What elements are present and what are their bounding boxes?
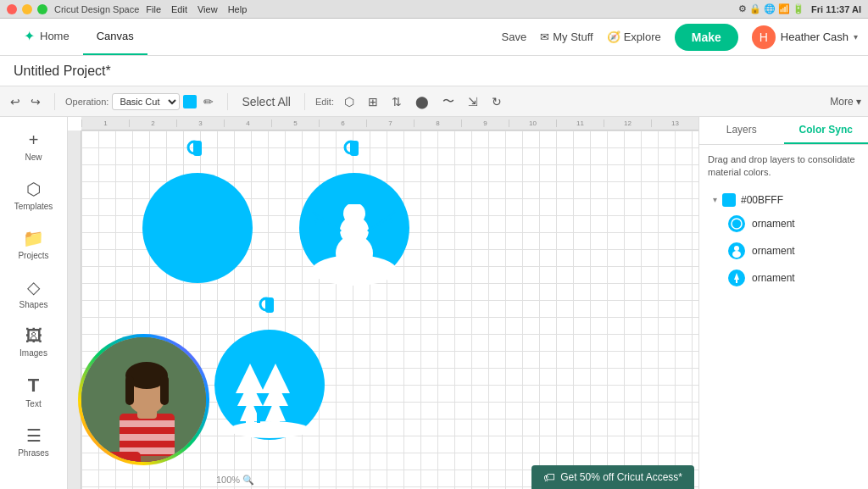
svg-rect-33 <box>120 420 175 427</box>
svg-rect-39 <box>125 375 134 405</box>
layer-item-2[interactable]: ornament <box>708 237 860 264</box>
images-icon: 🖼 <box>25 326 42 346</box>
operation-label: Operation: <box>65 97 108 107</box>
tab-color-sync[interactable]: Color Sync <box>784 117 869 144</box>
color-header[interactable]: ▾ #00BFFF <box>708 190 860 210</box>
color-picker[interactable] <box>183 95 197 108</box>
phrases-icon: ☰ <box>26 425 42 446</box>
operation-group: Operation: Basic Cut ✏ <box>65 93 217 110</box>
tab-canvas[interactable]: Canvas <box>83 19 147 55</box>
ruler-mark: 12 <box>604 119 651 127</box>
promo-bar[interactable]: 🏷 Get 50% off Cricut Access* <box>531 465 694 489</box>
ruler-mark: 11 <box>556 119 604 127</box>
flip-button[interactable]: ⇅ <box>388 93 405 110</box>
ruler-mark: 4 <box>224 119 271 127</box>
warp-button[interactable]: 〜 <box>439 92 458 111</box>
tab-home[interactable]: ✦ Home <box>10 19 83 55</box>
ruler-mark: 9 <box>461 119 509 127</box>
rotate-button[interactable]: ↻ <box>488 93 505 110</box>
sidebar-item-text-label: Text <box>25 399 41 408</box>
ruler-mark: 3 <box>176 119 224 127</box>
promo-icon: 🏷 <box>543 470 555 484</box>
ornament-trees[interactable] <box>204 296 336 444</box>
svg-point-47 <box>732 251 741 258</box>
svg-rect-40 <box>160 375 169 405</box>
traffic-lights <box>7 4 47 14</box>
mail-icon: ✉ <box>540 31 549 43</box>
more-button[interactable]: More ▾ <box>830 96 861 108</box>
make-button[interactable]: Make <box>675 24 738 51</box>
svg-point-9 <box>343 203 365 225</box>
menu-help[interactable]: Help <box>228 4 248 14</box>
close-button[interactable] <box>7 4 17 14</box>
sidebar-item-templates[interactable]: ⬡ Templates <box>0 172 67 218</box>
mystuff-button[interactable]: ✉ My Stuff <box>540 31 593 43</box>
color-hex: #00BFFF <box>741 194 783 206</box>
ruler-mark: 7 <box>366 119 414 127</box>
undo-button[interactable]: ↩ <box>7 93 24 110</box>
menu-edit[interactable]: Edit <box>171 4 187 14</box>
menu-view[interactable]: View <box>198 4 218 14</box>
svg-rect-42 <box>107 452 141 462</box>
ruler-vertical <box>68 131 81 489</box>
layer-icon-1 <box>728 215 745 232</box>
cricut-icon: ✦ <box>24 28 35 44</box>
sidebar-item-images[interactable]: 🖼 Images <box>0 320 67 364</box>
toolbar: ↩ ↪ Operation: Basic Cut ✏ Select All Ed… <box>0 86 868 117</box>
menu-file[interactable]: File <box>146 4 161 14</box>
layer-icon-2 <box>728 242 745 259</box>
ruler-mark: 5 <box>271 119 319 127</box>
history-group: ↩ ↪ <box>7 93 44 110</box>
user-name: Heather Cash <box>781 31 849 43</box>
arrange-button[interactable]: ⊞ <box>364 93 381 110</box>
layer-item-3[interactable]: ornament <box>708 264 860 292</box>
tab-home-label: Home <box>40 30 70 42</box>
sidebar-item-phrases[interactable]: ☰ Phrases <box>0 419 67 464</box>
select-all-button[interactable]: Select All <box>238 93 294 110</box>
svg-rect-30 <box>257 406 260 423</box>
layer-icon-3 <box>728 270 745 286</box>
explore-button[interactable]: 🧭 Explore <box>607 31 661 43</box>
edit-label: Edit: <box>315 97 334 107</box>
save-button[interactable]: Save <box>502 31 527 43</box>
minimize-button[interactable] <box>22 4 32 14</box>
align-button[interactable]: ⬡ <box>341 93 358 110</box>
text-icon: T <box>28 375 39 397</box>
svg-rect-34 <box>120 434 175 441</box>
shapes-icon: ◇ <box>27 277 40 297</box>
system-icons: ⚙ 🔒 🌐 📶 🔋 <box>738 3 804 14</box>
avatar: H <box>752 25 776 49</box>
compass-icon: 🧭 <box>607 31 620 43</box>
nav-tabs: ✦ Home Canvas <box>10 19 147 55</box>
sidebar-item-projects[interactable]: 📁 Projects <box>0 221 67 267</box>
offset-button[interactable]: ⬤ <box>412 93 432 110</box>
layer-item-1[interactable]: ornament <box>708 210 860 237</box>
canvas-area[interactable]: 1 2 3 4 5 6 7 8 9 10 11 12 13 <box>68 117 698 489</box>
sidebar-item-shapes[interactable]: ◇ Shapes <box>0 270 67 316</box>
ornament-ball[interactable] <box>132 139 264 287</box>
redo-button[interactable]: ↪ <box>27 93 44 110</box>
clock: Fri 11:37 AI <box>811 4 861 14</box>
separator-1 <box>54 93 55 110</box>
ornament-snowman[interactable] <box>289 139 420 287</box>
mystuff-label: My Stuff <box>553 31 593 43</box>
edit-style-button[interactable]: ✏ <box>200 93 217 110</box>
layer-name-2: ornament <box>752 245 795 257</box>
color-swatch[interactable] <box>722 193 736 207</box>
sidebar-item-new[interactable]: + New <box>0 124 67 169</box>
ruler-mark: 6 <box>319 119 366 127</box>
tab-layers[interactable]: Layers <box>699 117 784 144</box>
maximize-button[interactable] <box>37 4 47 14</box>
project-title: Untitled Project* <box>14 64 111 79</box>
size-button[interactable]: ⇲ <box>465 93 481 110</box>
separator-3 <box>304 93 305 110</box>
ruler-marks-h: 1 2 3 4 5 6 7 8 9 10 11 12 13 <box>81 119 698 127</box>
video-placeholder <box>81 337 206 462</box>
operation-select[interactable]: Basic Cut <box>112 93 180 110</box>
panel-tabs: Layers Color Sync <box>699 117 868 145</box>
sidebar-item-text[interactable]: T Text <box>0 368 67 415</box>
svg-point-2 <box>142 173 253 283</box>
header-right: Save ✉ My Stuff 🧭 Explore Make H Heather… <box>502 24 858 51</box>
sidebar-item-new-label: New <box>25 153 42 162</box>
user-section[interactable]: H Heather Cash ▾ <box>752 25 858 49</box>
